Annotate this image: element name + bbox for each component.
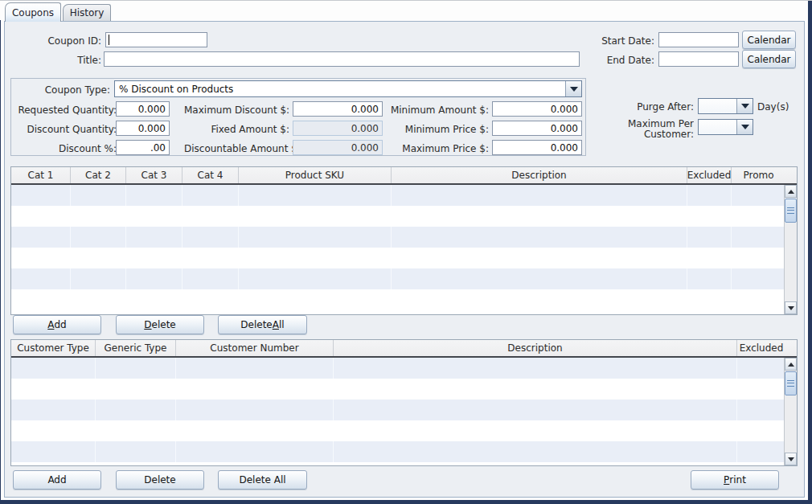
table-cell (239, 185, 392, 206)
table-row[interactable] (11, 268, 797, 289)
discount-percent-input[interactable] (116, 140, 170, 155)
tab-history[interactable]: History (63, 4, 111, 21)
discount-percent-label: Discount %: (14, 143, 117, 154)
maximum-price-input[interactable] (492, 140, 582, 155)
customers-delete-button[interactable]: Delete (116, 470, 204, 490)
column-header[interactable]: Description (334, 340, 737, 356)
table-cell (71, 268, 126, 289)
table-cell (96, 441, 176, 462)
column-header[interactable]: Product SKU (239, 167, 392, 183)
maximum-per-customer-select[interactable] (698, 119, 753, 135)
end-date-input[interactable] (658, 51, 739, 67)
table-row[interactable] (11, 227, 797, 248)
table-row[interactable] (11, 379, 797, 400)
table-cell (334, 379, 737, 400)
requested-quantity-input[interactable] (116, 101, 170, 117)
scroll-up-icon[interactable] (785, 185, 797, 198)
table-cell (182, 185, 239, 206)
table-cell (126, 248, 182, 268)
column-header[interactable]: Generic Type (96, 340, 176, 356)
table-row[interactable] (11, 248, 797, 268)
coupon-type-group: Coupon Type: % Discount on Products Requ… (10, 78, 586, 156)
chevron-down-icon[interactable] (736, 99, 753, 113)
column-header[interactable]: Cat 3 (126, 167, 182, 183)
products-table-header: Cat 1Cat 2Cat 3Cat 4Product SKUDescripti… (11, 167, 797, 185)
scroll-down-icon[interactable] (785, 453, 797, 465)
scrollbar-thumb[interactable] (785, 199, 797, 223)
table-cell (176, 420, 334, 441)
table-cell (182, 289, 239, 310)
start-date-calendar-button[interactable]: Calendar (742, 31, 796, 49)
table-row[interactable] (11, 420, 797, 441)
table-cell (182, 206, 239, 227)
products-table-scrollbar[interactable] (784, 185, 797, 314)
table-cell (182, 268, 239, 289)
column-header[interactable]: Excluded (687, 167, 732, 183)
scroll-down-icon[interactable] (785, 301, 797, 314)
window-edge-right (808, 1, 812, 504)
title-input[interactable] (104, 51, 580, 67)
table-cell (126, 268, 182, 289)
table-cell (687, 248, 732, 268)
table-cell (732, 289, 785, 310)
column-header[interactable]: Promo (732, 167, 785, 183)
end-date-calendar-button[interactable]: Calendar (742, 50, 796, 68)
table-cell (11, 400, 96, 420)
column-header[interactable]: Cat 1 (11, 167, 71, 183)
discount-quantity-input[interactable] (116, 121, 170, 136)
minimum-amount-label: Minimum Amount $: (381, 104, 489, 116)
tab-coupons[interactable]: Coupons (5, 2, 61, 22)
table-cell (126, 185, 182, 206)
maximum-discount-input[interactable] (293, 101, 383, 117)
table-cell (239, 227, 392, 248)
customers-add-button[interactable]: Add (13, 470, 101, 490)
discount-quantity-label: Discount Quantity: (14, 124, 117, 135)
table-cell (737, 420, 785, 441)
table-cell (687, 268, 732, 289)
coupon-id-input[interactable] (105, 32, 207, 47)
table-row[interactable] (11, 206, 797, 227)
purge-after-select[interactable] (698, 98, 753, 114)
column-header[interactable]: Description (392, 167, 687, 183)
products-table: Cat 1Cat 2Cat 3Cat 4Product SKUDescripti… (10, 166, 798, 315)
coupon-id-label: Coupon ID: (11, 35, 101, 47)
customers-table-header: Customer TypeGeneric TypeCustomer Number… (11, 340, 797, 358)
table-cell (239, 268, 392, 289)
scroll-up-icon[interactable] (785, 358, 797, 371)
products-add-button[interactable]: Add (13, 315, 101, 334)
maximum-per-customer-label: Maximum Per Customer: (624, 119, 694, 137)
start-date-input[interactable] (658, 32, 739, 47)
table-row[interactable] (11, 289, 797, 310)
minimum-amount-input[interactable] (492, 101, 582, 117)
column-header[interactable]: Cat 4 (182, 167, 239, 183)
table-cell (11, 441, 96, 462)
products-delete-button[interactable]: Delete (116, 315, 204, 334)
table-cell (96, 379, 176, 400)
coupon-type-value: % Discount on Products (115, 81, 565, 96)
chevron-down-icon[interactable] (736, 120, 753, 134)
table-cell (71, 185, 126, 206)
app-window: Coupons History Coupon ID: Title: Start … (0, 0, 812, 504)
customers-table-scrollbar[interactable] (784, 358, 797, 465)
scrollbar-thumb[interactable] (785, 371, 797, 395)
table-cell (176, 379, 334, 400)
requested-quantity-label: Requested Quantity: (14, 104, 117, 116)
table-row[interactable] (11, 400, 797, 420)
table-row[interactable] (11, 185, 797, 206)
title-label: Title: (11, 55, 101, 66)
column-header[interactable]: Customer Number (176, 340, 334, 356)
customers-delete-all-button[interactable]: Delete All (218, 470, 307, 490)
column-header[interactable]: Customer Type (11, 340, 96, 356)
table-row[interactable] (11, 441, 797, 462)
table-row[interactable] (11, 358, 797, 379)
column-header[interactable]: Cat 2 (71, 167, 126, 183)
print-button[interactable]: Print (691, 470, 779, 490)
customers-table-body (11, 358, 797, 462)
minimum-price-label: Minimum Price $: (381, 124, 489, 135)
coupon-type-select[interactable]: % Discount on Products (114, 80, 582, 97)
maximum-discount-label: Maximum Discount $: (184, 104, 289, 116)
chevron-down-icon[interactable] (565, 81, 581, 96)
column-header[interactable]: Excluded (737, 340, 785, 356)
products-delete-all-button[interactable]: Delete All (218, 315, 307, 334)
minimum-price-input[interactable] (492, 121, 582, 136)
